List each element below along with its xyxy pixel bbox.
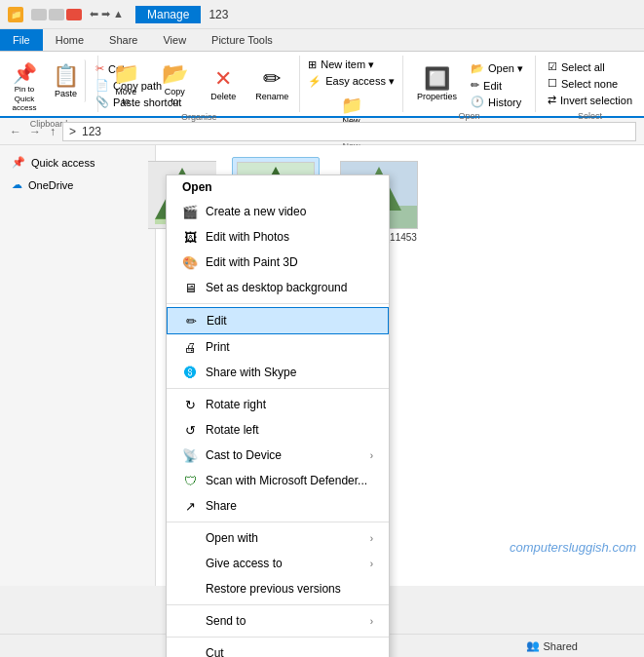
copy-to-button[interactable]: 📂 Copyto xyxy=(151,58,198,110)
copy-to-label: Copyto xyxy=(165,87,185,106)
tab-view[interactable]: View xyxy=(150,29,199,51)
back-button[interactable]: ← xyxy=(8,123,23,140)
title-bar: 📁 ⬅ ➡ ▲ Manage 123 xyxy=(0,0,644,29)
up-button[interactable]: ↑ xyxy=(47,124,58,139)
ctx-separator-1 xyxy=(167,303,389,304)
ctx-item-send-to[interactable]: Send to › xyxy=(167,608,389,634)
manage-tab-title[interactable]: Manage xyxy=(135,6,201,23)
ctx-skype-icon: 🅢 xyxy=(182,365,198,380)
properties-button[interactable]: 🔲 Properties xyxy=(411,62,463,105)
shared-icon: 👥 xyxy=(526,639,540,652)
ctx-item-share[interactable]: ↗ Share xyxy=(167,493,389,519)
ctx-open-with-label: Open with xyxy=(206,531,258,545)
main-area: 📌 Quick access ☁ OneDrive 11453 xyxy=(0,145,644,586)
ctx-item-cut[interactable]: Cut xyxy=(167,640,389,657)
delete-icon: ✕ xyxy=(214,66,232,92)
ribbon-tabs: File Home Share View Picture Tools xyxy=(0,29,644,52)
easy-access-button[interactable]: ⚡ Easy access ▾ xyxy=(304,74,398,89)
ctx-open-with-icon xyxy=(182,530,198,546)
edit-ribbon-button[interactable]: ✏ Edit xyxy=(467,78,527,93)
title-bar-controls[interactable] xyxy=(31,9,82,20)
paste-button[interactable]: 📋 Paste xyxy=(47,59,86,102)
ctx-edit-paint3d-label: Edit with Paint 3D xyxy=(206,255,298,269)
ctx-create-video-label: Create a new video xyxy=(206,205,306,218)
address-path[interactable]: > 123 xyxy=(62,122,636,141)
ctx-give-access-label: Give access to xyxy=(206,557,283,570)
sidebar-item-onedrive[interactable]: ☁ OneDrive xyxy=(4,175,151,194)
ctx-item-scan[interactable]: 🛡 Scan with Microsoft Defender... xyxy=(167,468,389,493)
rename-button[interactable]: ✏ Rename xyxy=(248,62,295,105)
new-folder-icon: 📁 xyxy=(341,95,362,116)
ctx-rotate-right-icon: ↻ xyxy=(182,397,198,412)
rename-label: Rename xyxy=(255,92,288,101)
ctx-give-access-icon xyxy=(182,556,198,571)
delete-label: Delete xyxy=(210,92,236,101)
paste-label: Paste xyxy=(55,89,77,98)
quick-access-icon: ⬅ ➡ ▲ xyxy=(90,8,124,20)
new-item-button[interactable]: ⊞ New item ▾ xyxy=(304,58,398,72)
ctx-cut-icon xyxy=(182,645,198,657)
rename-icon: ✏ xyxy=(263,66,281,92)
ctx-edit-photos-icon: 🖼 xyxy=(182,229,198,245)
ctx-item-set-desktop[interactable]: 🖥 Set as desktop background xyxy=(167,275,389,300)
ctx-rotate-left-label: Rotate left xyxy=(206,423,259,437)
ctx-item-rotate-left[interactable]: ↺ Rotate left xyxy=(167,417,389,443)
maximize-button[interactable] xyxy=(49,9,64,20)
invert-icon: ⇄ xyxy=(548,94,556,106)
sidebar-item-quick-access[interactable]: 📌 Quick access xyxy=(4,153,151,172)
minimize-button[interactable] xyxy=(31,9,47,20)
move-to-icon: 📁 xyxy=(113,61,139,87)
ctx-item-open-with[interactable]: Open with › xyxy=(167,525,389,551)
ctx-item-print[interactable]: 🖨 Print xyxy=(167,334,389,360)
tab-share[interactable]: Share xyxy=(96,29,150,51)
tab-file[interactable]: File xyxy=(0,29,43,51)
organise-label: Organise xyxy=(102,112,295,122)
close-button[interactable] xyxy=(66,9,82,20)
forward-button[interactable]: → xyxy=(27,123,43,140)
select-label: Select xyxy=(540,111,640,121)
ctx-item-edit[interactable]: ✏ Edit xyxy=(167,307,389,334)
select-none-button[interactable]: ☐ Select none xyxy=(544,76,636,91)
ctx-scan-icon: 🛡 xyxy=(182,473,198,488)
pin-label: Pin to Quickaccess xyxy=(10,85,39,113)
new-item-icon: ⊞ xyxy=(308,58,317,71)
properties-icon: 🔲 xyxy=(424,66,450,92)
delete-button[interactable]: ✕ Delete xyxy=(200,62,246,105)
invert-selection-button[interactable]: ⇄ Invert selection xyxy=(544,93,636,107)
ctx-give-access-arrow: › xyxy=(370,559,373,569)
ctx-item-edit-photos[interactable]: 🖼 Edit with Photos xyxy=(167,224,389,250)
ctx-item-share-skype[interactable]: 🅢 Share with Skype xyxy=(167,360,389,385)
ctx-scan-label: Scan with Microsoft Defender... xyxy=(206,474,367,487)
ctx-rotate-right-label: Rotate right xyxy=(206,398,266,411)
ctx-separator-3 xyxy=(167,522,389,522)
ctx-restore-icon xyxy=(182,581,198,597)
ctx-edit-icon: ✏ xyxy=(183,313,199,328)
ctx-item-give-access[interactable]: Give access to › xyxy=(167,551,389,576)
pin-to-quick-button[interactable]: 📌 Pin to Quickaccess xyxy=(4,58,45,117)
ctx-item-restore-versions[interactable]: Restore previous versions xyxy=(167,576,389,601)
ctx-set-desktop-icon: 🖥 xyxy=(182,280,198,295)
ctx-item-rotate-right[interactable]: ↻ Rotate right xyxy=(167,392,389,417)
ctx-edit-paint3d-icon: 🎨 xyxy=(182,254,198,270)
path-folder: 123 xyxy=(82,125,101,138)
ctx-cast-label: Cast to Device xyxy=(206,448,282,462)
watermark: computersluggish.com xyxy=(510,540,636,555)
ctx-share-skype-label: Share with Skype xyxy=(206,366,296,379)
clipboard-group: 📌 Pin to Quickaccess 📋 Paste ✂ Cut 📄 Cop… xyxy=(0,56,98,112)
history-button[interactable]: 🕐 History xyxy=(467,95,527,109)
ctx-item-create-video[interactable]: 🎬 Create a new video xyxy=(167,199,389,224)
select-all-button[interactable]: ☑ Select all xyxy=(544,59,636,74)
ctx-item-open[interactable]: Open xyxy=(167,175,389,199)
tab-home[interactable]: Home xyxy=(43,29,96,51)
tab-picture-tools[interactable]: Picture Tools xyxy=(199,29,285,51)
copy-to-icon: 📂 xyxy=(162,61,188,87)
new-group: ⊞ New item ▾ ⚡ Easy access ▾ 📁 Newfolder… xyxy=(300,56,403,112)
ctx-item-edit-paint3d[interactable]: 🎨 Edit with Paint 3D xyxy=(167,250,389,275)
ctx-item-cast[interactable]: 📡 Cast to Device › xyxy=(167,443,389,468)
ctx-rotate-left-icon: ↺ xyxy=(182,422,198,438)
move-to-button[interactable]: 📁 Moveto xyxy=(102,58,149,110)
ctx-print-icon: 🖨 xyxy=(182,339,198,355)
ctx-send-to-arrow: › xyxy=(370,616,373,627)
open-button[interactable]: 📂 Open ▾ xyxy=(467,61,527,76)
open-icon: 📂 xyxy=(471,62,484,75)
